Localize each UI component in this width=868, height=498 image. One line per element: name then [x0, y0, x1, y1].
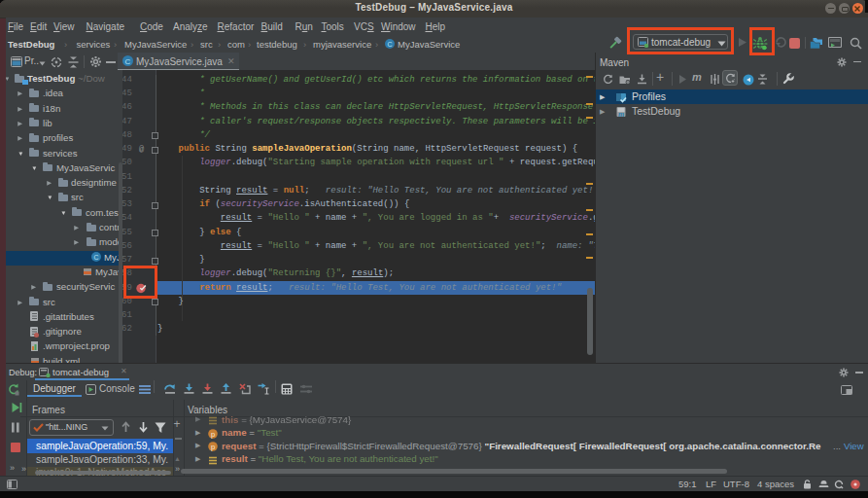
svg-text:m: m [618, 110, 624, 118]
svg-text:C: C [93, 254, 98, 261]
svg-text:C: C [387, 40, 392, 47]
svg-text:p: p [211, 443, 215, 451]
svg-text:C: C [125, 57, 131, 66]
svg-text:p: p [211, 429, 215, 438]
